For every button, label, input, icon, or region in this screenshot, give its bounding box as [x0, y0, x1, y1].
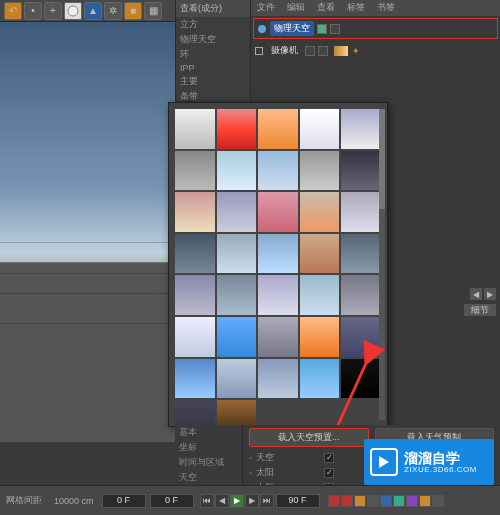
tool-btn-more[interactable]: ▦	[144, 2, 162, 20]
sky-preset-8[interactable]	[300, 151, 340, 191]
transport-prev[interactable]: ◀	[215, 494, 229, 508]
arrow-right[interactable]: ▶	[484, 288, 496, 300]
watermark: 溜溜自学 ZIXUE.3D66.COM	[364, 439, 494, 485]
sky-preset-24[interactable]	[341, 275, 381, 315]
sky-preset-31[interactable]	[217, 359, 257, 399]
rec-btn-4[interactable]	[367, 495, 379, 507]
sky-preset-25[interactable]	[175, 317, 215, 357]
attr-tab-4[interactable]: 书签	[371, 0, 401, 16]
rec-btn-7[interactable]	[406, 495, 418, 507]
tool-btn-sphere[interactable]	[64, 2, 82, 20]
attr-sidebar: 基本坐标时间与区域天空太阳大气云体积云雾彩虹阳光光束天空对象细节	[175, 425, 243, 485]
obj-item-4[interactable]: 主要	[176, 74, 250, 89]
sky-preset-10[interactable]	[175, 192, 215, 232]
tool-btn-2[interactable]: •	[24, 2, 42, 20]
nav-arrows: ◀ ▶	[470, 288, 496, 300]
detail-button[interactable]: 细节	[464, 304, 496, 316]
spark-icon: ✦	[352, 46, 360, 56]
arrow-left[interactable]: ◀	[470, 288, 482, 300]
sky-preset-26[interactable]	[217, 317, 257, 357]
viewport[interactable]	[0, 22, 175, 442]
rec-btn-3[interactable]	[354, 495, 366, 507]
sky-preset-11[interactable]	[217, 192, 257, 232]
camera-label: 摄像机	[267, 43, 302, 58]
attr-tab-0[interactable]: 文件	[251, 0, 281, 16]
prop-check-1[interactable]: ✓	[324, 468, 334, 478]
obj-item-3[interactable]: IPP	[176, 62, 250, 74]
sky-preset-6[interactable]	[217, 151, 257, 191]
vis-toggle-2[interactable]	[330, 24, 340, 34]
sky-preset-1[interactable]	[217, 109, 257, 149]
sky-preset-17[interactable]	[258, 234, 298, 274]
cam-toggle-1[interactable]	[305, 46, 315, 56]
tool-btn-render[interactable]: ■	[124, 2, 142, 20]
sky-preset-22[interactable]	[258, 275, 298, 315]
attr-row-camera[interactable]: 摄像机 ✦	[251, 41, 500, 60]
camera-color-swatch[interactable]	[334, 46, 348, 56]
camera-icon	[255, 47, 263, 55]
sky-preset-5[interactable]	[175, 151, 215, 191]
sky-preset-18[interactable]	[300, 234, 340, 274]
tool-btn-cone[interactable]: ▲	[84, 2, 102, 20]
cam-toggle-2[interactable]	[318, 46, 328, 56]
sky-preset-32[interactable]	[258, 359, 298, 399]
grid-value: 10000 cm	[48, 496, 100, 506]
sky-preset-15[interactable]	[175, 234, 215, 274]
obj-item-1[interactable]: 物理天空	[176, 32, 250, 47]
sky-preset-7[interactable]	[258, 151, 298, 191]
sky-preset-2[interactable]	[258, 109, 298, 149]
rec-btn-5[interactable]	[380, 495, 392, 507]
sidebar-item-3[interactable]: 天空	[175, 470, 242, 485]
sky-preset-23[interactable]	[300, 275, 340, 315]
attr-tab-1[interactable]: 编辑	[281, 0, 311, 16]
rec-btn-9[interactable]	[432, 495, 444, 507]
sky-preset-4[interactable]	[341, 109, 381, 149]
sky-preset-21[interactable]	[217, 275, 257, 315]
obj-item-2[interactable]: 环	[176, 47, 250, 62]
sky-preset-20[interactable]	[175, 275, 215, 315]
attr-tab-3[interactable]: 标签	[341, 0, 371, 16]
sky-preset-9[interactable]	[341, 151, 381, 191]
transport-first[interactable]: ⏮	[200, 494, 214, 508]
frame-start[interactable]: 0 F	[102, 494, 146, 508]
frame-cur[interactable]: 0 F	[150, 494, 194, 508]
sidebar-item-2[interactable]: 时间与区域	[175, 455, 242, 470]
svg-point-0	[68, 6, 78, 16]
transport-controls: ⏮ ◀ ▶ ▶ ⏭	[200, 494, 274, 508]
sky-preset-0[interactable]	[175, 109, 215, 149]
load-sky-preset-button[interactable]: 载入天空预置...	[249, 428, 369, 447]
sky-icon	[258, 25, 266, 33]
scrollbar-thumb[interactable]	[379, 109, 385, 209]
attr-tabs: 文件编辑查看标签书签	[251, 0, 500, 16]
transport-last[interactable]: ⏭	[260, 494, 274, 508]
sidebar-item-1[interactable]: 坐标	[175, 440, 242, 455]
rec-btn-8[interactable]	[419, 495, 431, 507]
rec-btn-2[interactable]	[341, 495, 353, 507]
sky-preset-13[interactable]	[300, 192, 340, 232]
sky-preset-3[interactable]	[300, 109, 340, 149]
sky-preset-14[interactable]	[341, 192, 381, 232]
sky-preset-12[interactable]	[258, 192, 298, 232]
rec-btn-1[interactable]	[328, 495, 340, 507]
rec-btn-6[interactable]	[393, 495, 405, 507]
sky-preset-16[interactable]	[217, 234, 257, 274]
transport-next[interactable]: ▶	[245, 494, 259, 508]
sky-preset-27[interactable]	[258, 317, 298, 357]
object-manager: 查看(成分) 立方物理天空环IPP主要条带 多边形画笔	[175, 0, 250, 100]
sidebar-item-0[interactable]: 基本	[175, 425, 242, 440]
sky-preset-30[interactable]	[175, 359, 215, 399]
attr-tab-2[interactable]: 查看	[311, 0, 341, 16]
vis-toggle-1[interactable]	[317, 24, 327, 34]
prop-check-0[interactable]: ✓	[324, 453, 334, 463]
watermark-url: ZIXUE.3D66.COM	[404, 465, 477, 474]
viewport-ground	[0, 262, 175, 442]
sky-preset-19[interactable]	[341, 234, 381, 274]
tool-btn-3[interactable]: +	[44, 2, 62, 20]
transport-play[interactable]: ▶	[230, 494, 244, 508]
frame-end[interactable]: 90 F	[276, 494, 320, 508]
tool-btn-1[interactable]: ↶	[4, 2, 22, 20]
obj-item-0[interactable]: 立方	[176, 17, 250, 32]
tool-btn-light[interactable]: ✲	[104, 2, 122, 20]
attr-row-physical-sky[interactable]: 物理天空	[253, 18, 498, 39]
grid-label: 网格间距	[0, 494, 48, 507]
